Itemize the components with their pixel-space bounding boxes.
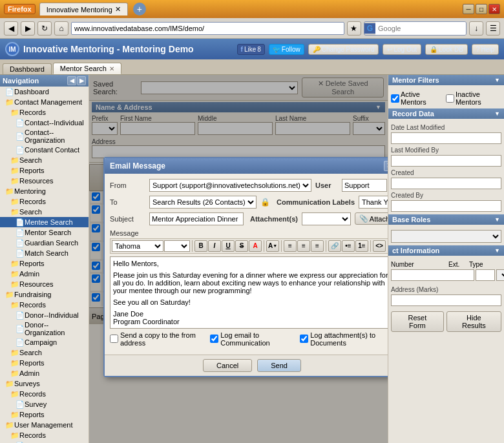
downloads-btn[interactable]: ↓ [469, 21, 483, 36]
sidebar-item-surveys[interactable]: 📁 Surveys [0, 378, 89, 389]
address-marks-input[interactable] [391, 294, 501, 306]
twitter-follow-btn[interactable]: 🐦 Follow [269, 44, 304, 55]
attach-btn[interactable]: 📎 Attach [355, 212, 388, 225]
sidebar-collapse-btn[interactable]: ◀ [67, 76, 76, 85]
sidebar-item-records-contact[interactable]: 📁 Records [0, 107, 89, 118]
sidebar-item-match-search[interactable]: 📄 Match Search [0, 248, 89, 258]
cancel-btn[interactable]: Cancel [203, 359, 252, 372]
sidebar-item-reports-surveys[interactable]: 📁 Reports [0, 409, 89, 420]
tab-dashboard[interactable]: Dashboard [3, 63, 52, 74]
font-color-btn[interactable]: A [249, 240, 262, 252]
back-btn[interactable]: ◀ [4, 21, 18, 36]
url-input[interactable] [71, 22, 344, 35]
message-textarea[interactable]: Hello Mentors, Please join us this Satur… [110, 256, 388, 329]
sidebar-item-user[interactable]: 📄 User [0, 440, 89, 443]
sidebar-item-donor-organization[interactable]: 📄 Donor--Organization [0, 320, 89, 337]
underline-btn[interactable]: U [222, 240, 235, 252]
sidebar-item-contact-management[interactable]: 📁 Contact Management [0, 97, 89, 107]
change-password-btn[interactable]: 🔑 Change Password [308, 44, 379, 55]
strikethrough-btn[interactable]: S [235, 240, 248, 252]
browser-tab[interactable]: Innovative Mentoring ✕ [39, 3, 128, 15]
help-btn[interactable]: ? Help [472, 44, 499, 55]
sidebar-item-contact-individual[interactable]: 📄 Contact--Individual [0, 118, 89, 128]
hide-results-btn[interactable]: Hide Results [446, 311, 501, 332]
to-lock-icon[interactable]: 🔒 [260, 198, 270, 207]
sidebar-item-mentee-search[interactable]: 📄 Mentee Search [0, 217, 89, 227]
log-out-btn[interactable]: ↩ Log Out [383, 44, 421, 55]
base-roles-select[interactable] [391, 230, 501, 243]
contact-info-header[interactable]: ct Information ▼ [388, 245, 504, 256]
sidebar-item-search-contact[interactable]: 📁 Search [0, 155, 89, 165]
font-size-select[interactable] [164, 240, 190, 252]
home-btn[interactable]: ⌂ [54, 21, 68, 36]
sidebar-item-campaign[interactable]: 📄 Campaign [0, 337, 89, 347]
sidebar-item-reports-contact[interactable]: 📁 Reports [0, 165, 89, 176]
sidebar-item-resources-contact[interactable]: 📁 Resources [0, 176, 89, 186]
bold-btn[interactable]: B [194, 240, 207, 252]
link-btn[interactable]: 🔗 [328, 240, 341, 252]
sidebar-item-search-fundraising[interactable]: 📁 Search [0, 347, 89, 358]
search-engine-icon[interactable]: G [364, 23, 375, 34]
sidebar-expand-btn[interactable]: ▶ [77, 76, 86, 85]
number-input[interactable] [391, 269, 474, 281]
settings-btn[interactable]: ☰ [486, 21, 500, 36]
sidebar-item-contact-organization[interactable]: 📄 Contact--Organization [0, 128, 89, 145]
active-mentors-checkbox[interactable] [391, 94, 399, 103]
type-select[interactable] [496, 269, 504, 281]
forward-btn[interactable]: ▶ [21, 21, 35, 36]
sidebar-item-reports-fundraising[interactable]: 📁 Reports [0, 358, 89, 368]
unordered-list-btn[interactable]: •≡ [342, 240, 355, 252]
tab-close-icon[interactable]: ✕ [115, 5, 121, 14]
inactive-mentors-checkbox[interactable] [446, 94, 454, 103]
log-attach-checkbox[interactable] [300, 335, 308, 343]
sidebar-item-user-management[interactable]: 📁 User Management [0, 420, 89, 430]
sidebar-item-records-mentoring[interactable]: 📁 Records [0, 196, 89, 207]
refresh-btn[interactable]: ↻ [37, 21, 52, 36]
bookmark-btn[interactable]: ★ [347, 21, 361, 36]
new-tab-btn[interactable]: + [133, 3, 146, 15]
font-select[interactable]: Tahoma [112, 240, 163, 252]
copy-checkbox[interactable] [110, 335, 118, 343]
sidebar-item-records-fundraising[interactable]: 📁 Records [0, 300, 89, 310]
modal-close-btn[interactable]: ✕ [384, 161, 388, 171]
send-btn[interactable]: Send [257, 359, 301, 372]
sidebar-item-search-mentoring[interactable]: 📁 Search [0, 207, 89, 217]
sidebar-item-mentoring[interactable]: 📁 Mentoring [0, 186, 89, 196]
mentor-search-tab-close[interactable]: ✕ [109, 65, 114, 72]
sidebar-item-fundraising[interactable]: 📁 Fundraising [0, 289, 89, 300]
date-modified-input[interactable] [391, 132, 501, 144]
sidebar-item-constant-contact[interactable]: 📄 Constant Contact [0, 145, 89, 155]
facebook-like-btn[interactable]: f Like 8 [237, 44, 265, 55]
align-center-btn[interactable]: ≡ [297, 240, 310, 252]
ext-input[interactable] [476, 269, 495, 281]
sidebar-item-resources-mentoring[interactable]: 📁 Resources [0, 279, 89, 289]
sidebar-item-donor-individual[interactable]: 📄 Donor--Individual [0, 310, 89, 320]
from-select[interactable]: Support (support@innovativetechsolutions… [149, 179, 311, 192]
mentor-filters-header[interactable]: Mentor Filters ▼ [388, 75, 504, 85]
sidebar-item-records-users[interactable]: 📁 Records [0, 430, 89, 440]
align-right-btn[interactable]: ≡ [311, 240, 324, 252]
sidebar-item-guardian-search[interactable]: 📄 Guardian Search [0, 238, 89, 248]
subject-input[interactable] [149, 212, 244, 225]
sidebar-item-survey[interactable]: 📄 Survey [0, 399, 89, 409]
reset-form-btn[interactable]: Reset Form [391, 311, 444, 332]
minimize-btn[interactable]: ─ [463, 4, 474, 14]
created-by-input[interactable] [391, 200, 501, 212]
attachment-select[interactable] [302, 212, 351, 225]
align-left-btn[interactable]: ≡ [284, 240, 297, 252]
base-roles-header[interactable]: Base Roles ▼ [388, 214, 504, 225]
user-input[interactable] [342, 179, 387, 192]
sidebar-item-records-surveys[interactable]: 📁 Records [0, 389, 89, 399]
last-modified-by-input[interactable] [391, 155, 501, 167]
lock-db-btn[interactable]: 🔒 Lock DB [425, 44, 468, 55]
record-data-header[interactable]: Record Data ▼ [388, 108, 504, 119]
highlight-btn[interactable]: A▼ [266, 240, 279, 252]
sidebar-item-dashboard[interactable]: 📄 Dashboard [0, 87, 89, 97]
maximize-btn[interactable]: □ [476, 4, 487, 14]
browser-search-input[interactable] [375, 22, 466, 35]
close-btn[interactable]: ✕ [488, 4, 500, 14]
source-btn[interactable]: <> [373, 240, 386, 252]
created-input[interactable] [391, 178, 501, 189]
ordered-list-btn[interactable]: 1≡ [355, 240, 368, 252]
log-comm-checkbox[interactable] [210, 335, 218, 343]
